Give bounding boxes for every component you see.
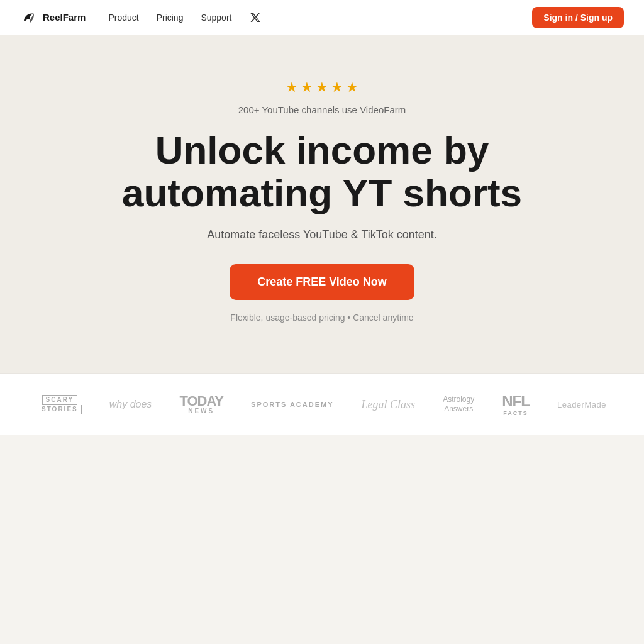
logo-why-does: why does — [109, 399, 152, 410]
star-1: ★ — [286, 79, 298, 96]
star-5: ★ — [346, 79, 358, 96]
create-video-button[interactable]: Create FREE Video Now — [230, 264, 414, 300]
navbar-links: Product Pricing Support — [108, 11, 532, 24]
hero-section: ★ ★ ★ ★ ★ 200+ YouTube channels use Vide… — [0, 35, 644, 373]
navbar: ReelFarm Product Pricing Support Sign in… — [0, 0, 644, 35]
logo-legal-class: Legal Class — [362, 398, 416, 411]
logo-sports-academy: SPORTS ACADEMY — [251, 401, 334, 408]
page-rest — [0, 435, 644, 644]
hero-title: Unlock income by automating YT shorts — [122, 129, 522, 214]
star-rating: ★ ★ ★ ★ ★ — [286, 79, 358, 96]
nav-support[interactable]: Support — [201, 13, 231, 23]
hero-title-line1: Unlock income by — [155, 128, 489, 172]
hero-title-line2: automating YT shorts — [122, 171, 522, 214]
nav-product[interactable]: Product — [108, 13, 138, 23]
x-icon — [250, 13, 260, 23]
logo-today-news: TODAY NEWS — [179, 394, 223, 414]
signin-button[interactable]: Sign in / Sign up — [532, 7, 624, 28]
logo-link[interactable]: ReelFarm — [20, 9, 86, 26]
logos-section: SCARY STORIES why does TODAY NEWS SPORTS… — [0, 373, 644, 435]
star-2: ★ — [301, 79, 313, 96]
nav-pricing[interactable]: Pricing — [157, 13, 184, 23]
pricing-note: Flexible, usage-based pricing • Cancel a… — [230, 313, 413, 323]
star-4: ★ — [331, 79, 343, 96]
logo-leadermade: LeaderMade — [557, 400, 606, 409]
social-proof-text: 200+ YouTube channels use VideoFarm — [238, 104, 406, 115]
logo-scary-stories: SCARY STORIES — [38, 395, 82, 414]
hero-description: Automate faceless YouTube & TikTok conte… — [207, 228, 437, 242]
logo-astrology-answers: Astrology Answers — [443, 395, 474, 414]
logo-icon — [20, 9, 38, 26]
star-3: ★ — [316, 79, 328, 96]
logo-nfl-facts: NFL FACTS — [502, 392, 530, 416]
logo-text: ReelFarm — [43, 12, 86, 23]
x-social-link[interactable] — [249, 11, 262, 24]
